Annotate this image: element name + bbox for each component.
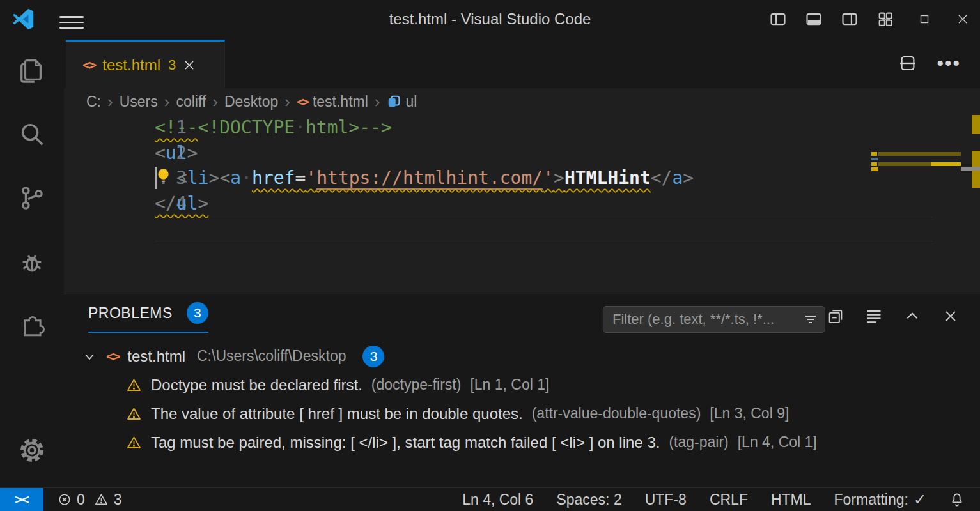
- breadcrumb-label: Desktop: [224, 93, 278, 111]
- current-line-highlight: [155, 217, 932, 241]
- filter-input[interactable]: [612, 311, 803, 328]
- panel-header: PROBLEMS 3: [64, 294, 980, 337]
- tab-test-html[interactable]: <> test.html 3: [66, 40, 225, 88]
- problems-count-badge: 3: [187, 302, 208, 324]
- split-editor-icon[interactable]: [898, 54, 917, 73]
- status-label: Formatting:: [834, 491, 908, 508]
- problem-message: The value of attribute [ href ] must be …: [151, 405, 523, 423]
- breadcrumb-separator-icon: ›: [284, 95, 290, 108]
- status-utf-8[interactable]: UTF-8: [645, 491, 687, 508]
- code-token: >: [187, 142, 198, 164]
- breadcrumb-item-ul[interactable]: ul: [387, 93, 417, 111]
- code-token: <: [219, 167, 230, 188]
- status-html[interactable]: HTML: [771, 491, 811, 508]
- lightbulb-icon[interactable]: [155, 167, 176, 188]
- breadcrumb-label: Users: [120, 93, 158, 111]
- minimap-line2-bar: [871, 158, 878, 160]
- problems-filter: [603, 306, 825, 333]
- warning-count: 3: [114, 491, 122, 508]
- code-token: >: [209, 167, 220, 188]
- overview-warning-mark: [972, 115, 980, 134]
- minimap[interactable]: [871, 152, 961, 294]
- title-bar: test.html - Visual Studio Code: [0, 0, 980, 38]
- code-token: </: [651, 167, 673, 188]
- toggle-secondary-sidebar-icon[interactable]: [840, 10, 859, 29]
- status-ln-4--col-6[interactable]: Ln 4, Col 6: [462, 491, 533, 508]
- problem-row[interactable]: Doctype must be declared first.(doctype-…: [64, 370, 980, 399]
- code-token: =: [295, 167, 306, 188]
- code-editor[interactable]: 1<!--<!DOCTYPE·html>-->2<ul>3<li><a·href…: [64, 115, 980, 294]
- symbol-element-icon: [387, 95, 401, 109]
- line-content: <ul>: [155, 141, 198, 166]
- breadcrumb-item-desktop[interactable]: Desktop: [224, 93, 278, 111]
- detected-link[interactable]: https://htmlhint.com/: [316, 167, 543, 190]
- code-token: html>-->: [306, 117, 392, 138]
- filter-icon[interactable]: [803, 312, 818, 327]
- run-and-debug-icon[interactable]: [0, 230, 64, 294]
- check-icon: ✓: [914, 491, 926, 508]
- code-token: href: [252, 167, 295, 188]
- problem-location: [Ln 1, Col 1]: [470, 376, 549, 393]
- status-label: Ln 4, Col 6: [462, 491, 533, 508]
- problem-row[interactable]: The value of attribute [ href ] must be …: [64, 399, 980, 428]
- explorer-icon[interactable]: [0, 38, 64, 102]
- minimap-line1-bar: [878, 152, 961, 156]
- window-maximize-icon[interactable]: [915, 10, 934, 29]
- toggle-panel-icon[interactable]: [804, 10, 823, 29]
- breadcrumb-item-coliff[interactable]: coliff: [176, 93, 206, 111]
- problems-file-row[interactable]: <> test.html C:\Users\coliff\Desktop 3: [64, 342, 980, 370]
- code-token: a: [230, 167, 241, 188]
- breadcrumb: C:›Users›coliff›Desktop›<>test.html›ul: [64, 88, 980, 115]
- notifications-bell-icon[interactable]: [949, 492, 965, 507]
- status-problems[interactable]: 0 3: [58, 491, 122, 508]
- chevron-down-icon[interactable]: [82, 349, 97, 364]
- remote-indicator[interactable]: ><: [0, 488, 43, 511]
- code-line-3[interactable]: 3<li><a·href='https://htmlhint.com/'>HTM…: [64, 165, 980, 191]
- breadcrumb-separator-icon: ›: [375, 95, 380, 108]
- problem-location: [Ln 3, Col 9]: [710, 405, 789, 422]
- minimap-line1-warning: [871, 152, 877, 156]
- status-crlf[interactable]: CRLF: [710, 491, 748, 508]
- code-line-4[interactable]: 4</ul>: [64, 191, 980, 217]
- line-content: <li><a·href='https://htmlhint.com/'>HTML…: [155, 165, 694, 191]
- window-close-icon[interactable]: [953, 10, 972, 29]
- extensions-icon[interactable]: [0, 294, 64, 358]
- settings-gear-icon[interactable]: [0, 418, 64, 482]
- code-token: HTMLHint: [564, 167, 651, 188]
- breadcrumb-item-c[interactable]: C:: [86, 93, 101, 111]
- collapse-all-icon[interactable]: [825, 306, 846, 326]
- minimap-line3-warning: [871, 162, 877, 166]
- status-label: UTF-8: [645, 491, 687, 508]
- problems-file-badge: 3: [362, 346, 384, 367]
- tab-problem-count: 3: [168, 57, 176, 73]
- problem-message: Tag must be paired, missing: [ </li> ], …: [151, 434, 660, 452]
- error-count: 0: [77, 491, 85, 508]
- code-token: ·: [241, 167, 252, 188]
- breadcrumb-item-users[interactable]: Users: [120, 93, 158, 111]
- overview-ruler[interactable]: [961, 115, 980, 294]
- code-line-2[interactable]: 2<ul>: [64, 141, 980, 166]
- maximize-panel-icon[interactable]: [902, 306, 922, 326]
- status-spaces--2[interactable]: Spaces: 2: [556, 491, 621, 508]
- breadcrumb-label: test.html: [313, 93, 368, 111]
- code-token: <: [155, 142, 166, 164]
- problem-row[interactable]: Tag must be paired, missing: [ </li> ], …: [64, 428, 980, 457]
- tab-problems[interactable]: PROBLEMS 3: [88, 302, 208, 333]
- search-icon[interactable]: [0, 102, 64, 166]
- view-as-table-icon[interactable]: [864, 306, 884, 326]
- source-control-icon[interactable]: [0, 166, 64, 230]
- close-panel-icon[interactable]: [940, 306, 961, 326]
- text-cursor: [155, 167, 157, 189]
- breadcrumb-label: ul: [406, 93, 417, 111]
- more-actions-icon[interactable]: •••: [937, 57, 961, 70]
- status-formatting-[interactable]: Formatting:✓: [834, 491, 926, 508]
- code-line-1[interactable]: 1<!--<!DOCTYPE·html>-->: [64, 115, 980, 141]
- bottom-panel: PROBLEMS 3: [64, 294, 980, 487]
- status-label: HTML: [771, 491, 811, 508]
- window-minimize-icon[interactable]: [876, 10, 896, 29]
- tab-close-icon[interactable]: [183, 59, 195, 71]
- toggle-primary-sidebar-icon[interactable]: [768, 10, 788, 29]
- tab-label: test.html: [102, 56, 160, 74]
- breadcrumb-item-testhtml[interactable]: <>test.html: [297, 93, 368, 111]
- html-file-icon: <>: [82, 57, 95, 73]
